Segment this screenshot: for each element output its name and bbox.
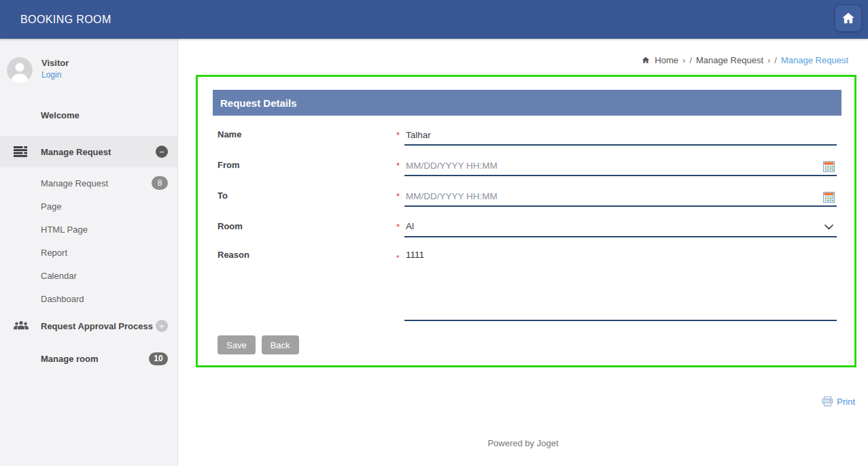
breadcrumb-home[interactable]: Home [655,55,678,65]
from-label: From [218,160,240,170]
sidebar-item-label: Page [41,201,61,212]
name-field[interactable] [404,128,837,146]
sidebar-item-label: Report [41,248,67,258]
app-window: BOOKING ROOM Visitor Login [0,0,868,466]
print-link[interactable]: Print [837,397,855,407]
required-marker: * [396,222,400,232]
sidebar-item-request-approval-process[interactable]: Request Approval Process + [0,310,177,342]
sidebar-item-manage-request[interactable]: Manage Request − [0,136,177,167]
reason-label: Reason [218,250,249,260]
sidebar-item-welcome[interactable]: Welcome [0,99,177,131]
name-label: Name [218,129,241,139]
user-name: Visitor [41,58,69,68]
from-datepicker-button[interactable] [823,161,835,173]
count-badge: 10 [149,352,168,365]
reason-field[interactable]: 1111 [404,248,837,321]
required-marker: * [396,130,400,140]
breadcrumb-separator: / [774,55,777,65]
chevron-down-icon [824,224,834,230]
count-badge: 8 [152,176,168,190]
form-buttons: Save Back [218,335,299,354]
sidebar-subitem-report[interactable]: Report [0,241,177,264]
print-row[interactable]: Print [822,396,855,407]
sidebar-item-label: Request Approval Process [41,321,153,331]
sidebar-subitem-dashboard[interactable]: Dashboard [0,287,177,310]
back-button[interactable]: Back [262,335,299,354]
required-marker: * [396,254,399,262]
avatar[interactable] [7,57,33,83]
to-label: To [218,190,228,201]
sidebar-subitem-page[interactable]: Page [0,195,177,218]
user-icon [7,57,33,83]
room-select[interactable]: Al [404,220,837,237]
breadcrumb-separator: › [767,55,770,65]
user-block: Visitor Login [0,39,177,83]
sidebar-subitem-calendar[interactable]: Calendar [0,264,177,287]
list-icon [14,146,27,157]
sidebar-item-manage-room[interactable]: Manage room 10 [0,343,177,374]
collapse-badge[interactable]: − [156,146,168,158]
sidebar: Visitor Login Welcome Manage Request [0,39,178,466]
breadcrumb-separator: › [682,55,685,65]
app-title: BOOKING ROOM [20,14,111,26]
required-marker: * [396,161,400,171]
room-label: Room [218,221,243,231]
calendar-icon [823,192,835,203]
sidebar-subitem-html-page[interactable]: HTML Page [0,218,177,241]
request-form-panel: Request Details Name * From * [196,75,856,367]
home-icon [641,56,650,65]
main-content: Home › / Manage Request › / Manage Reque… [178,39,868,466]
printer-icon [822,396,833,407]
from-datetime-field[interactable] [404,159,837,176]
to-datepicker-button[interactable] [823,192,835,203]
breadcrumb: Home › / Manage Request › / Manage Reque… [641,55,848,65]
home-icon [841,11,856,26]
sidebar-item-label: Dashboard [41,294,84,304]
powered-by: Powered by Joget [178,438,868,448]
sidebar-item-label: HTML Page [41,224,88,235]
app-header: BOOKING ROOM [0,0,868,39]
save-button[interactable]: Save [218,335,256,354]
to-datetime-field[interactable] [404,189,837,207]
expand-badge[interactable]: + [156,320,168,332]
room-selected-value: Al [406,221,414,231]
sidebar-item-label: Welcome [41,110,80,120]
sidebar-item-label: Calendar [41,271,77,281]
sidebar-item-label: Manage Request [41,147,111,157]
login-link[interactable]: Login [41,70,61,80]
calendar-icon [823,161,835,173]
sidebar-nav: Welcome Manage Request − Manage Request … [0,99,177,374]
panel-title: Request Details [213,90,841,116]
required-marker: * [396,191,400,201]
sidebar-item-label: Manage Request [41,178,108,188]
breadcrumb-separator: / [689,55,692,65]
breadcrumb-current[interactable]: Manage Request [781,55,848,65]
users-icon [14,321,29,331]
sidebar-item-label: Manage room [41,354,99,364]
home-button[interactable] [835,5,861,31]
sidebar-subitem-manage-request[interactable]: Manage Request 8 [0,171,177,195]
breadcrumb-parent[interactable]: Manage Request [696,55,763,65]
